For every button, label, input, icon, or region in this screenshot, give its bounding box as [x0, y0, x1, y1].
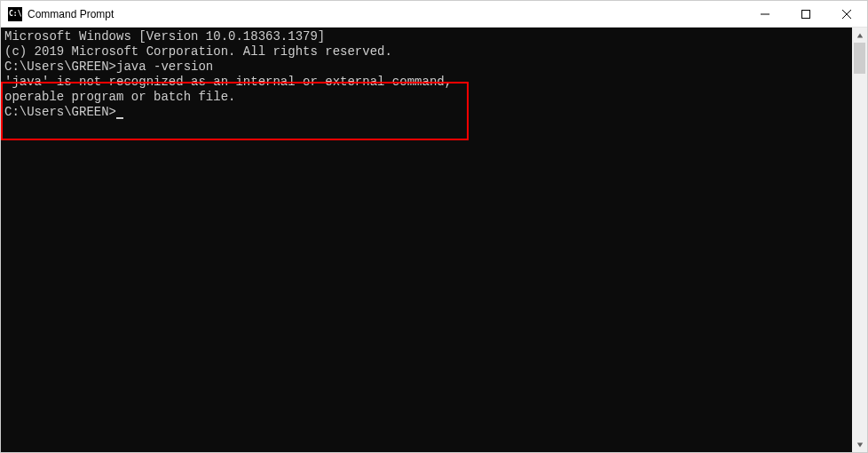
- scroll-down-button[interactable]: [852, 437, 867, 452]
- window-title: Command Prompt: [28, 8, 745, 20]
- scroll-up-button[interactable]: [852, 28, 867, 43]
- terminal-line: 'java' is not recognized as an internal …: [4, 75, 852, 90]
- svg-marker-5: [856, 442, 862, 447]
- scroll-thumb[interactable]: [854, 43, 865, 74]
- cursor: [116, 105, 123, 119]
- minimize-button[interactable]: [745, 1, 785, 27]
- vertical-scrollbar[interactable]: [852, 28, 867, 452]
- terminal-line: C:\Users\GREEN>java -version: [4, 60, 852, 75]
- maximize-button[interactable]: [785, 1, 826, 27]
- titlebar[interactable]: C:\ Command Prompt: [1, 1, 867, 28]
- terminal-line: (c) 2019 Microsoft Corporation. All righ…: [4, 44, 852, 60]
- prompt-command: java -version: [116, 60, 213, 74]
- command-prompt-window: C:\ Command Prompt Microsoft Windows [Ve…: [0, 0, 868, 453]
- prompt-path: C:\Users\GREEN>: [4, 60, 116, 74]
- terminal-output[interactable]: Microsoft Windows [Version 10.0.18363.13…: [1, 28, 852, 452]
- content-area: Microsoft Windows [Version 10.0.18363.13…: [1, 28, 867, 452]
- scroll-track[interactable]: [852, 43, 867, 437]
- terminal-line: Microsoft Windows [Version 10.0.18363.13…: [4, 29, 852, 44]
- close-button[interactable]: [826, 1, 867, 27]
- window-controls: [745, 1, 867, 27]
- cmd-icon: C:\: [8, 7, 22, 21]
- cmd-icon-text: C:\: [9, 10, 21, 18]
- svg-marker-4: [856, 33, 862, 37]
- svg-rect-1: [802, 10, 810, 18]
- terminal-line: operable program or batch file.: [4, 90, 852, 105]
- terminal-line: C:\Users\GREEN>: [4, 105, 852, 120]
- prompt-path: C:\Users\GREEN>: [4, 105, 116, 119]
